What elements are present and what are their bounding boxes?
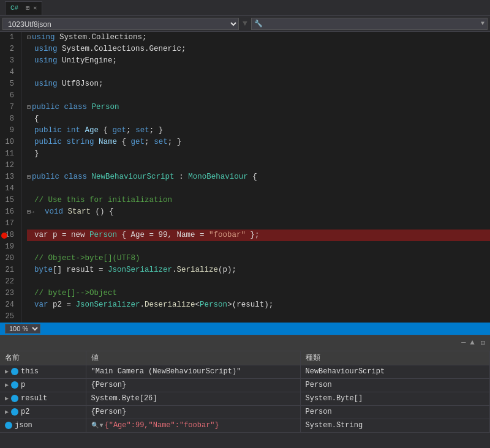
code-line-11: } bbox=[27, 148, 490, 160]
locals-row[interactable]: json🔍▼{"Age":99,"Name":"foobar"}System.S… bbox=[0, 419, 490, 432]
locals-pin-icon[interactable]: — ▲ bbox=[461, 338, 475, 348]
token: { bbox=[99, 125, 113, 136]
token: NewBehaviourScript bbox=[92, 171, 175, 183]
collapse-icon[interactable]: ⊟ bbox=[27, 171, 31, 183]
token: JsonSerializer bbox=[76, 299, 140, 311]
token: Start bbox=[68, 206, 91, 218]
col-header-type: 種類 bbox=[300, 351, 490, 365]
token: public bbox=[34, 136, 62, 148]
title-bar: C# ⊞ ✕ bbox=[0, 0, 490, 16]
nav-separator: ▼ bbox=[241, 19, 249, 28]
value-text: {Person} bbox=[91, 381, 127, 389]
token: Person bbox=[92, 102, 119, 113]
code-line-23: // byte[]-->Object bbox=[27, 288, 490, 299]
code-line-15: // Use this for initialization bbox=[27, 195, 490, 206]
code-line-7: ⊟public class Person bbox=[27, 102, 490, 113]
token: MonoBehaviour bbox=[188, 171, 248, 183]
value-text: {"Age":99,"Name":"foobar"} bbox=[105, 421, 219, 430]
token: System.Collections.Generic; bbox=[58, 43, 186, 55]
token: using bbox=[34, 43, 58, 55]
expand-icon[interactable]: ▶ bbox=[5, 368, 9, 375]
code-line-17 bbox=[27, 218, 490, 230]
token bbox=[80, 125, 85, 136]
token: int bbox=[67, 125, 81, 136]
code-line-20: // Object->byte[](UTF8) bbox=[27, 253, 490, 264]
token: Serialize bbox=[177, 264, 219, 276]
gutter-line-7: 7 bbox=[0, 102, 18, 113]
gutter-line-9: 9 bbox=[0, 125, 18, 136]
code-line-10: public string Name { get; set; } bbox=[27, 136, 490, 148]
token: Age bbox=[85, 125, 99, 136]
local-name: json bbox=[0, 419, 86, 432]
value-text: {Person} bbox=[91, 408, 127, 416]
local-type: System.Byte[] bbox=[300, 392, 490, 405]
locals-row[interactable]: ▶this"Main Camera (NewBehaviourScript)"N… bbox=[0, 365, 490, 378]
local-type: NewBehaviourScript bbox=[300, 365, 490, 378]
local-type: Person bbox=[300, 378, 490, 392]
token bbox=[94, 136, 99, 148]
expand-icon[interactable]: ▶ bbox=[5, 409, 9, 416]
collapse-icon[interactable]: ⊟ bbox=[27, 32, 31, 43]
token: ; } bbox=[149, 125, 164, 136]
gutter-line-5: 5 bbox=[0, 78, 18, 90]
file-dropdown[interactable]: 1023Utf8json bbox=[2, 18, 239, 30]
token: UnityEngine; bbox=[58, 55, 118, 67]
gutter-line-18: 18 bbox=[0, 230, 18, 241]
code-line-5: using Utf8Json; bbox=[27, 78, 490, 90]
gutter-line-3: 3 bbox=[0, 55, 18, 67]
gutter-line-22: 22 bbox=[0, 276, 18, 288]
local-name: ▶this bbox=[0, 365, 86, 378]
locals-float-icon[interactable]: ⊟ bbox=[481, 338, 485, 348]
variable-icon bbox=[11, 381, 18, 389]
locals-controls: — ▲ ⊟ bbox=[461, 338, 485, 348]
close-tab-icon[interactable]: ✕ bbox=[33, 4, 37, 12]
token: { bbox=[248, 171, 257, 183]
token: Person bbox=[200, 299, 227, 311]
locals-panel: — ▲ ⊟ 名前 値 種類 ▶this"Main Camera (NewBeha… bbox=[0, 335, 490, 448]
search-icon[interactable]: 🔍 bbox=[91, 422, 99, 429]
token: class bbox=[64, 171, 88, 183]
token bbox=[62, 136, 67, 148]
token: void bbox=[45, 206, 63, 218]
token: < bbox=[195, 299, 200, 311]
code-line-14 bbox=[27, 183, 490, 195]
token bbox=[87, 102, 92, 113]
gutter-line-6: 6 bbox=[0, 90, 18, 102]
collapse-icon[interactable]: ⊟ bbox=[27, 102, 31, 113]
gutter-line-21: 21 bbox=[0, 264, 18, 276]
code-line-25 bbox=[27, 311, 490, 323]
local-value: {Person} bbox=[86, 405, 300, 419]
locals-row[interactable]: ▶resultSystem.Byte[26]System.Byte[] bbox=[0, 392, 490, 405]
editor-status-bar: 100 % bbox=[0, 323, 490, 335]
gutter-line-15: 15 bbox=[0, 195, 18, 206]
code-lines[interactable]: ⊟using System.Collections;using System.C… bbox=[22, 32, 490, 323]
gutter-line-10: 10 bbox=[0, 136, 18, 148]
zoom-selector[interactable]: 100 % bbox=[5, 324, 40, 334]
token: Deserialize bbox=[145, 299, 195, 311]
breakpoint-icon[interactable] bbox=[1, 233, 7, 239]
pin-icon[interactable]: ⊞ bbox=[26, 4, 29, 12]
local-value: "Main Camera (NewBehaviourScript)" bbox=[86, 365, 300, 378]
locals-body: ▶this"Main Camera (NewBehaviourScript)"N… bbox=[0, 365, 490, 432]
code-line-12 bbox=[27, 160, 490, 171]
expand-icon[interactable]: ▶ bbox=[5, 395, 9, 402]
gutter-line-19: 19 bbox=[0, 241, 18, 253]
locals-row[interactable]: ▶p2{Person}Person bbox=[0, 405, 490, 419]
expand-icon[interactable]: ▶ bbox=[5, 382, 9, 389]
code-line-9: public int Age { get; set; } bbox=[27, 125, 490, 136]
collapse-icon[interactable]: ⊟→ bbox=[27, 206, 34, 218]
code-line-24: var p2 = JsonSerializer.Deserialize<Pers… bbox=[27, 299, 490, 311]
class-selector[interactable]: 🔧 ▼ bbox=[251, 18, 488, 30]
file-tab[interactable]: C# ⊞ ✕ bbox=[5, 1, 42, 15]
token: . bbox=[140, 299, 145, 311]
token bbox=[59, 102, 64, 113]
token: var bbox=[34, 299, 48, 311]
code-line-19 bbox=[27, 241, 490, 253]
token: get bbox=[131, 136, 145, 148]
local-name: ▶p2 bbox=[0, 405, 86, 419]
gutter-line-4: 4 bbox=[0, 67, 18, 78]
variable-icon bbox=[11, 408, 18, 416]
chevron-icon: ▼ bbox=[100, 422, 104, 429]
cs-file-icon: C# bbox=[10, 4, 18, 12]
locals-row[interactable]: ▶p{Person}Person bbox=[0, 378, 490, 392]
